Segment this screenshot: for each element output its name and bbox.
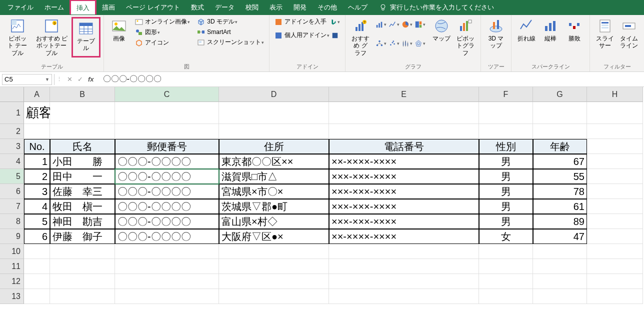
cell-G2[interactable]: [533, 124, 587, 139]
cell-A12[interactable]: [24, 274, 50, 289]
row-header-1[interactable]: 1: [0, 102, 24, 124]
cell-G13[interactable]: [533, 289, 587, 304]
cell-F13[interactable]: [479, 289, 533, 304]
cell-D12[interactable]: [219, 274, 329, 289]
cell-E1[interactable]: [329, 102, 479, 124]
cell-H6[interactable]: [587, 184, 643, 199]
menu-tab-表示[interactable]: 表示: [264, 0, 288, 15]
select-all-corner[interactable]: [0, 87, 24, 102]
table-cell-age[interactable]: 89: [533, 214, 587, 229]
table-cell-zip[interactable]: 〇〇〇-〇〇〇〇: [115, 214, 219, 229]
cell-B11[interactable]: [50, 259, 115, 274]
icons-button[interactable]: アイコン: [133, 38, 192, 48]
table-cell-addr[interactable]: 宮城県×市〇×: [219, 184, 329, 199]
table-cell-sex[interactable]: 男: [479, 199, 533, 214]
sparkline-line-button[interactable]: 折れ線: [514, 17, 538, 43]
cell-D10[interactable]: [219, 244, 329, 259]
row-header-7[interactable]: 7: [0, 199, 24, 214]
cell-F11[interactable]: [479, 259, 533, 274]
table-cell-zip[interactable]: 〇〇〇-〇〇〇〇: [115, 154, 219, 169]
row-header-4[interactable]: 4: [0, 154, 24, 169]
cell-D2[interactable]: [219, 124, 329, 139]
table-header-age[interactable]: 年齢: [533, 139, 587, 154]
menu-tab-数式[interactable]: 数式: [186, 0, 210, 15]
scatter-chart-icon[interactable]: ▾: [388, 38, 400, 49]
cell-E2[interactable]: [329, 124, 479, 139]
column-header-D[interactable]: D: [219, 87, 329, 102]
cell-H13[interactable]: [587, 289, 643, 304]
column-header-G[interactable]: G: [533, 87, 587, 102]
cell-G10[interactable]: [533, 244, 587, 259]
table-cell-zip[interactable]: 〇〇〇-〇〇〇〇: [115, 169, 219, 184]
hierarchy-chart-icon[interactable]: ▾: [376, 38, 386, 49]
name-box-dropdown-icon[interactable]: ▼: [45, 77, 50, 82]
tree-chart-icon[interactable]: ▾: [414, 19, 426, 30]
row-header-12[interactable]: 12: [0, 274, 24, 289]
table-cell-age[interactable]: 55: [533, 169, 587, 184]
cell-C2[interactable]: [115, 124, 219, 139]
recommend-chart-button[interactable]: ? おすすめ グラフ: [348, 17, 372, 58]
table-cell-tel[interactable]: ×××-×××-××××: [329, 184, 479, 199]
sparkline-column-button[interactable]: 縦棒: [538, 17, 562, 43]
table-cell-name[interactable]: 小田 勝: [50, 154, 115, 169]
cell-A1[interactable]: 顧客管理リスト: [24, 102, 50, 124]
map-button[interactable]: マップ: [430, 17, 454, 58]
cell-A2[interactable]: [24, 124, 50, 139]
cell-H10[interactable]: [587, 244, 643, 259]
3d-map-button[interactable]: 3D マップ: [484, 17, 508, 50]
table-cell-age[interactable]: 78: [533, 184, 587, 199]
row-header-8[interactable]: 8: [0, 214, 24, 229]
table-cell-no[interactable]: 1: [24, 154, 50, 169]
table-header-sex[interactable]: 性別: [479, 139, 533, 154]
table-cell-no[interactable]: 5: [24, 214, 50, 229]
stock-chart-icon[interactable]: ▾: [402, 38, 412, 49]
table-cell-no[interactable]: 2: [24, 169, 50, 184]
3d-model-button[interactable]: 3D モデル▾: [195, 17, 266, 26]
cell-E10[interactable]: [329, 244, 479, 259]
table-header-name[interactable]: 氏名: [50, 139, 115, 154]
table-cell-zip[interactable]: 〇〇〇-〇〇〇〇: [115, 199, 219, 214]
cell-G11[interactable]: [533, 259, 587, 274]
table-cell-tel[interactable]: ×××-×××-××××: [329, 169, 479, 184]
cell-A13[interactable]: [24, 289, 50, 304]
cell-B13[interactable]: [50, 289, 115, 304]
enter-formula-button[interactable]: ✓: [78, 76, 83, 83]
table-cell-no[interactable]: 3: [24, 184, 50, 199]
cell-E12[interactable]: [329, 274, 479, 289]
table-cell-tel[interactable]: ××-××××-××××: [329, 229, 479, 244]
timeline-button[interactable]: タイム ライン: [617, 17, 641, 50]
menu-tab-描画[interactable]: 描画: [96, 0, 120, 15]
get-addins-button[interactable]: アドインを入手 ▾: [272, 17, 342, 26]
table-cell-age[interactable]: 67: [533, 154, 587, 169]
radar-chart-icon[interactable]: ▾: [414, 38, 426, 49]
column-header-E[interactable]: E: [329, 87, 479, 102]
table-cell-zip[interactable]: 〇〇〇-〇〇〇〇: [115, 184, 219, 199]
cell-F1[interactable]: [479, 102, 533, 124]
table-cell-addr[interactable]: 東京都〇〇区××: [219, 154, 329, 169]
cell-F2[interactable]: [479, 124, 533, 139]
cell-C10[interactable]: [115, 244, 219, 259]
tell-me-search[interactable]: 実行したい作業を入力してください: [379, 3, 494, 12]
table-cell-no[interactable]: 4: [24, 199, 50, 214]
menu-tab-データ[interactable]: データ: [210, 0, 240, 15]
column-chart-icon[interactable]: ▾: [376, 19, 386, 30]
menu-tab-ホーム[interactable]: ホーム: [39, 0, 70, 15]
menu-tab-校閲[interactable]: 校閲: [240, 0, 264, 15]
cell-H3[interactable]: [587, 139, 643, 154]
pie-chart-icon[interactable]: ▾: [402, 19, 412, 30]
table-cell-name[interactable]: 牧田 槇一: [50, 199, 115, 214]
cell-C12[interactable]: [115, 274, 219, 289]
cell-B12[interactable]: [50, 274, 115, 289]
menu-tab-その他[interactable]: その他: [312, 0, 342, 15]
column-header-C[interactable]: C: [115, 87, 219, 102]
cell-H2[interactable]: [587, 124, 643, 139]
cell-C11[interactable]: [115, 259, 219, 274]
row-header-9[interactable]: 9: [0, 229, 24, 244]
cell-C1[interactable]: [115, 102, 219, 124]
insert-function-button[interactable]: fx: [88, 76, 94, 83]
row-header-3[interactable]: 3: [0, 139, 24, 154]
cell-D1[interactable]: [219, 102, 329, 124]
table-cell-age[interactable]: 61: [533, 199, 587, 214]
cell-B2[interactable]: [50, 124, 115, 139]
cell-C13[interactable]: [115, 289, 219, 304]
